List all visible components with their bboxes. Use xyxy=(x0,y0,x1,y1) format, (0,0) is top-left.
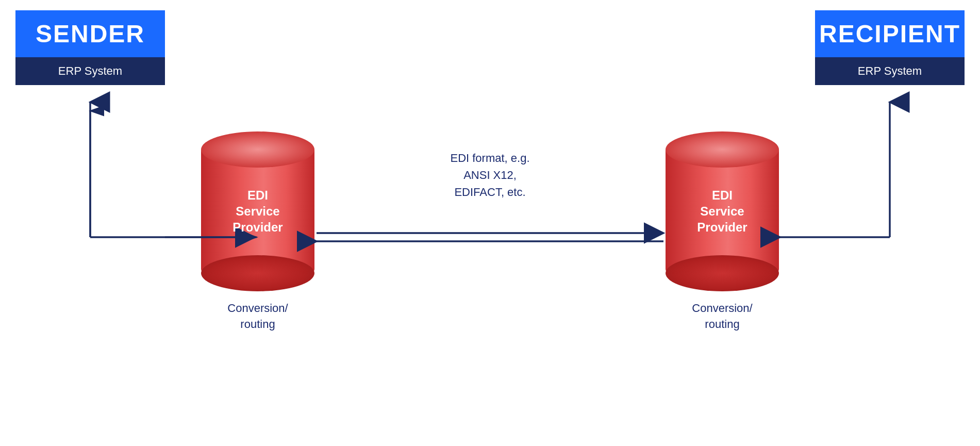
left-cylinder-top xyxy=(201,131,314,168)
right-cylinder-label: EDIServiceProvider xyxy=(697,187,747,236)
right-cylinder-bottom xyxy=(666,255,779,291)
left-cylinder-bottom xyxy=(201,255,314,291)
arrows-svg xyxy=(0,0,980,446)
right-cylinder-top xyxy=(666,131,779,168)
left-cylinder-label: EDIServiceProvider xyxy=(232,187,283,236)
diagram-container: SENDER ERP System RECIPIENT ERP System E… xyxy=(0,0,980,446)
